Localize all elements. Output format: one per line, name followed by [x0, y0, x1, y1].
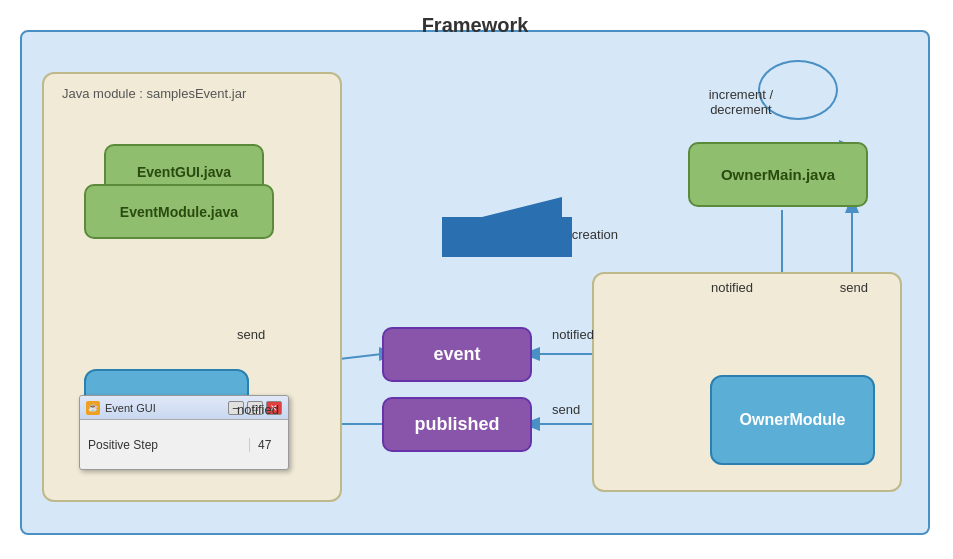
svg-rect-5: [442, 217, 572, 257]
owner-module-box: OwnerModule: [592, 272, 902, 492]
event-gui-row-label: Positive Step: [88, 438, 250, 452]
notified-label-1: notified: [237, 402, 279, 417]
published-box: published: [382, 397, 532, 452]
event-gui-content: Positive Step 47: [80, 420, 288, 469]
creation-label: creation: [572, 227, 618, 242]
owner-main-label: OwnerMain.java: [721, 166, 835, 183]
event-box: event: [382, 327, 532, 382]
send-label-1: send: [237, 327, 265, 342]
owner-module-label: OwnerModule: [740, 411, 846, 429]
event-gui-row-value: 47: [250, 438, 280, 452]
java-module-label: Java module : samplesEvent.jar: [62, 86, 246, 101]
owner-main: OwnerMain.java: [688, 142, 868, 207]
eventmodule-java: EventModule.java: [84, 184, 274, 239]
event-gui-icon: ☕: [86, 401, 100, 415]
notified-arrow-label: notified: [711, 280, 753, 295]
svg-marker-4: [442, 197, 562, 257]
eventgui-java-label: EventGUI.java: [137, 164, 231, 180]
eventmodule-java-label: EventModule.java: [120, 204, 238, 220]
notified-label-2: notified: [552, 327, 594, 342]
event-gui-title: Event GUI: [105, 402, 228, 414]
owner-module: OwnerModule: [710, 375, 875, 465]
send-arrow-label: send: [840, 280, 868, 295]
framework-label: Framework: [422, 14, 529, 37]
framework-box: Framework: [20, 30, 930, 535]
diagram-container: Framework: [10, 10, 940, 545]
event-label: event: [433, 344, 480, 365]
send-label-2: send: [552, 402, 580, 417]
java-module-box: Java module : samplesEvent.jar EventGUI.…: [42, 72, 342, 502]
increment-decrement-label: increment / decrement: [709, 87, 773, 117]
published-label: published: [415, 414, 500, 435]
